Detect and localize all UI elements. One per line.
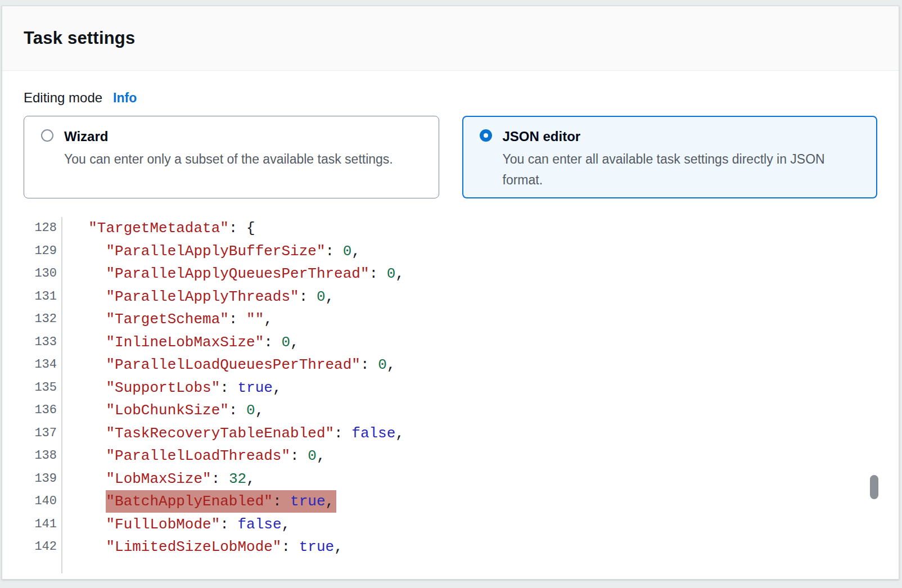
- json-editor-option-text: JSON editor You can enter all available …: [503, 128, 864, 187]
- json-editor-option-tile[interactable]: JSON editor You can enter all available …: [462, 116, 878, 198]
- code-text: "InlineLobMaxSize": 0,: [62, 331, 299, 354]
- json-editor-radio-icon[interactable]: [480, 129, 492, 142]
- line-number: 130: [24, 263, 62, 286]
- line-number: 133: [24, 331, 62, 354]
- code-text: "FullLobMode": false,: [62, 513, 290, 536]
- code-line[interactable]: 141 "FullLobMode": false,: [24, 513, 877, 536]
- code-text: "TargetSchema": "",: [62, 308, 273, 331]
- wizard-option-description: You can enter only a subset of the avail…: [64, 149, 425, 170]
- code-line[interactable]: 139 "LobMaxSize": 32,: [24, 468, 877, 491]
- code-line[interactable]: 135 "SupportLobs": true,: [24, 377, 877, 400]
- line-number: 139: [24, 468, 62, 491]
- wizard-option-title: Wizard: [64, 128, 425, 145]
- vertical-scrollbar-thumb[interactable]: [870, 475, 878, 499]
- gutter-stub: [24, 559, 877, 573]
- json-editor[interactable]: 128 "TargetMetadata": {129 "ParallelAppl…: [24, 217, 877, 573]
- editing-mode-label: Editing mode: [24, 90, 102, 106]
- line-number: 129: [24, 240, 62, 263]
- code-text: "ParallelApplyQueuesPerThread": 0,: [62, 263, 404, 286]
- panel-header: Task settings: [2, 6, 899, 71]
- code-line[interactable]: 131 "ParallelApplyThreads": 0,: [24, 286, 877, 309]
- code-text: "ParallelApplyThreads": 0,: [62, 286, 334, 309]
- code-text: "TargetMetadata": {: [62, 217, 255, 240]
- line-number: 132: [24, 308, 62, 331]
- code-line[interactable]: 133 "InlineLobMaxSize": 0,: [24, 331, 877, 354]
- line-number: 135: [24, 377, 62, 400]
- page-title: Task settings: [24, 28, 135, 48]
- code-line[interactable]: 140 "BatchApplyEnabled": true,: [24, 490, 877, 513]
- code-line[interactable]: 138 "ParallelLoadThreads": 0,: [24, 445, 877, 468]
- code-line[interactable]: 136 "LobChunkSize": 0,: [24, 399, 877, 422]
- editing-mode-row: Editing mode Info: [24, 90, 877, 106]
- code-line[interactable]: 129 "ParallelApplyBufferSize": 0,: [24, 240, 877, 263]
- info-link[interactable]: Info: [113, 91, 137, 106]
- editing-mode-options: Wizard You can enter only a subset of th…: [24, 116, 877, 198]
- line-number: 131: [24, 286, 62, 309]
- code-line[interactable]: 134 "ParallelLoadQueuesPerThread": 0,: [24, 354, 877, 377]
- line-number: 142: [24, 536, 62, 559]
- wizard-option-tile[interactable]: Wizard You can enter only a subset of th…: [24, 116, 439, 198]
- code-line[interactable]: 142 "LimitedSizeLobMode": true,: [24, 536, 877, 559]
- panel-content: Editing mode Info Wizard You can enter o…: [2, 71, 899, 573]
- line-number: 136: [24, 399, 62, 422]
- code-line[interactable]: 128 "TargetMetadata": {: [24, 217, 877, 240]
- code-line[interactable]: 137 "TaskRecoveryTableEnabled": false,: [24, 422, 877, 445]
- code-text: "ParallelLoadQueuesPerThread": 0,: [62, 354, 395, 377]
- json-editor-option-title: JSON editor: [503, 128, 864, 145]
- line-number: 137: [24, 422, 62, 445]
- wizard-radio-icon[interactable]: [41, 129, 53, 142]
- line-number: 141: [24, 513, 62, 536]
- code-text: "LimitedSizeLobMode": true,: [62, 536, 343, 559]
- line-number: [24, 559, 62, 573]
- code-text: "ParallelLoadThreads": 0,: [62, 445, 326, 468]
- code-text: "BatchApplyEnabled": true,: [62, 490, 336, 513]
- task-settings-panel: Task settings Editing mode Info Wizard Y…: [2, 6, 899, 580]
- code-text: "TaskRecoveryTableEnabled": false,: [62, 422, 404, 445]
- code-line[interactable]: 130 "ParallelApplyQueuesPerThread": 0,: [24, 263, 877, 286]
- code-text: "ParallelApplyBufferSize": 0,: [62, 240, 360, 263]
- code-text: "SupportLobs": true,: [62, 377, 282, 400]
- code-line[interactable]: 132 "TargetSchema": "",: [24, 308, 877, 331]
- code-text: "LobMaxSize": 32,: [62, 468, 255, 491]
- line-number: 134: [24, 354, 62, 377]
- line-number: 140: [24, 490, 62, 513]
- wizard-option-text: Wizard You can enter only a subset of th…: [64, 128, 425, 187]
- line-number: 138: [24, 445, 62, 468]
- json-editor-option-description: You can enter all available task setting…: [503, 149, 864, 191]
- code-text: "LobChunkSize": 0,: [62, 399, 264, 422]
- line-number: 128: [24, 217, 62, 240]
